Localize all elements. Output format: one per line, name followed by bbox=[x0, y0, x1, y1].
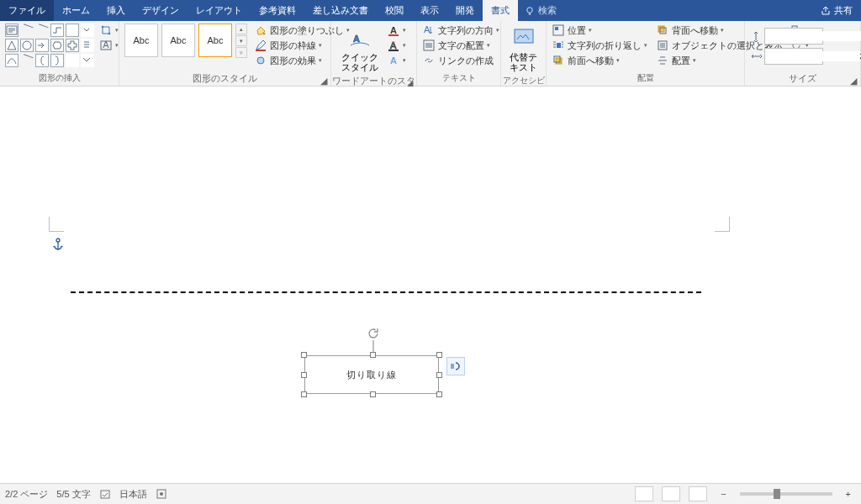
page bbox=[49, 87, 730, 483]
shape-edit-icon[interactable] bbox=[66, 54, 79, 67]
tab-home[interactable]: ホーム bbox=[54, 0, 98, 21]
web-layout-button[interactable] bbox=[689, 486, 707, 501]
print-layout-button[interactable] bbox=[662, 486, 680, 501]
svg-text:A: A bbox=[353, 34, 360, 44]
shape-arrow-icon[interactable] bbox=[35, 39, 49, 52]
draw-textbox-button[interactable]: A▾ bbox=[99, 39, 119, 52]
quick-styles-button[interactable]: A クイック スタイル bbox=[336, 24, 383, 72]
gallery-more[interactable]: ▿ bbox=[235, 47, 247, 58]
style-preset[interactable]: Abc bbox=[198, 24, 232, 57]
shape-more-icon[interactable] bbox=[81, 24, 94, 37]
shape-connector-icon[interactable] bbox=[50, 24, 64, 37]
dialog-launcher-icon[interactable]: ◢ bbox=[319, 76, 329, 86]
svg-text:A: A bbox=[390, 40, 397, 50]
svg-point-32 bbox=[160, 492, 163, 496]
tab-developer[interactable]: 開発 bbox=[447, 0, 483, 21]
spellcheck-icon[interactable] bbox=[99, 488, 111, 500]
shape-line-icon[interactable] bbox=[20, 24, 34, 37]
height-input[interactable] bbox=[765, 31, 861, 41]
tab-format[interactable]: 書式 bbox=[483, 0, 518, 21]
bring-forward-button[interactable]: 前面へ移動▾ bbox=[552, 54, 647, 67]
text-fill-button[interactable]: A▾ bbox=[387, 24, 406, 37]
shape-more-icon[interactable] bbox=[81, 39, 94, 52]
layout-options-button[interactable] bbox=[446, 357, 465, 375]
zoom-thumb[interactable] bbox=[774, 489, 780, 499]
text-direction-button[interactable]: A文字列の方向▾ bbox=[422, 24, 499, 37]
tab-file[interactable]: ファイル bbox=[0, 0, 54, 21]
height-field[interactable]: mm ▴▾ bbox=[764, 28, 823, 45]
zoom-in-button[interactable]: + bbox=[841, 489, 856, 499]
gallery-scroll-down[interactable]: ▾ bbox=[235, 35, 247, 46]
zoom-slider[interactable] bbox=[740, 492, 832, 496]
text-effects-button[interactable]: A▾ bbox=[387, 54, 406, 67]
selection-icon bbox=[656, 39, 669, 52]
wrap-text-button[interactable]: 文字列の折り返し▾ bbox=[552, 39, 647, 52]
selection-handle[interactable] bbox=[436, 391, 442, 397]
style-preset[interactable]: Abc bbox=[124, 24, 158, 57]
shape-textbox-icon[interactable] bbox=[5, 24, 18, 37]
group-label: 図形のスタイル◢ bbox=[119, 72, 330, 86]
page-count[interactable]: 2/2 ページ bbox=[5, 488, 48, 501]
textbox-object[interactable]: 切り取り線 bbox=[304, 355, 439, 394]
textbox-icon: A bbox=[99, 39, 113, 52]
selection-handle[interactable] bbox=[301, 352, 307, 358]
create-link-button[interactable]: リンクの作成 bbox=[422, 54, 499, 67]
width-icon bbox=[750, 50, 762, 62]
word-count[interactable]: 5/5 文字 bbox=[56, 488, 90, 501]
anchor-icon[interactable] bbox=[52, 238, 64, 251]
zoom-out-button[interactable]: − bbox=[716, 489, 731, 499]
tab-references[interactable]: 参考資料 bbox=[251, 0, 304, 21]
text-outline-button[interactable]: A▾ bbox=[387, 39, 406, 52]
tell-me-search[interactable]: 検索 bbox=[518, 0, 563, 21]
align-text-button[interactable]: 文字の配置▾ bbox=[422, 39, 499, 52]
rotation-handle-icon[interactable] bbox=[367, 327, 380, 340]
selection-handle[interactable] bbox=[370, 391, 376, 397]
share-button[interactable]: 共有 bbox=[812, 0, 861, 21]
read-mode-button[interactable] bbox=[635, 486, 653, 501]
edit-shape-button[interactable]: ▾ bbox=[99, 24, 119, 37]
width-field[interactable]: mm ▴▾ bbox=[764, 48, 823, 65]
alt-text-button[interactable]: 代替テ キスト bbox=[504, 24, 542, 72]
language-status[interactable]: 日本語 bbox=[119, 488, 147, 501]
selection-handle[interactable] bbox=[301, 391, 307, 397]
shape-curve-icon[interactable] bbox=[5, 54, 18, 67]
macro-icon[interactable] bbox=[156, 488, 167, 500]
quick-styles-label: クイック スタイル bbox=[341, 52, 378, 72]
shape-rect-icon[interactable] bbox=[66, 24, 79, 37]
shape-brace-icon[interactable] bbox=[50, 54, 64, 67]
text-effects-icon: A bbox=[387, 54, 400, 67]
svg-point-7 bbox=[263, 33, 266, 35]
width-input[interactable] bbox=[765, 51, 861, 61]
svg-text:A: A bbox=[390, 25, 397, 35]
shape-brace-icon[interactable] bbox=[35, 54, 49, 67]
tab-view[interactable]: 表示 bbox=[412, 0, 447, 21]
shape-line-icon[interactable] bbox=[35, 24, 49, 37]
height-icon bbox=[750, 30, 762, 42]
svg-point-2 bbox=[23, 41, 31, 50]
shape-dropdown-icon[interactable] bbox=[81, 54, 94, 67]
selection-handle[interactable] bbox=[436, 372, 442, 378]
shape-hexagon-icon[interactable] bbox=[50, 39, 64, 52]
shape-circle-icon[interactable] bbox=[20, 39, 34, 52]
shapes-gallery[interactable] bbox=[5, 24, 94, 67]
document-canvas[interactable]: 切り取り線 bbox=[0, 87, 861, 483]
style-preset[interactable]: Abc bbox=[161, 24, 195, 57]
text-direction-label: 文字列の方向 bbox=[438, 24, 494, 37]
tab-insert[interactable]: 挿入 bbox=[98, 0, 134, 21]
group-arrange: 位置▾ 文字列の折り返し▾ 前面へ移動▾ 背面へ移動▾ オブジェクトの選択と表示… bbox=[547, 21, 745, 86]
tab-mailings[interactable]: 差し込み文書 bbox=[304, 0, 377, 21]
selection-handle[interactable] bbox=[436, 352, 442, 358]
shape-plus-icon[interactable] bbox=[66, 39, 79, 52]
style-gallery[interactable]: Abc Abc Abc bbox=[124, 24, 232, 57]
selection-handle[interactable] bbox=[301, 372, 307, 378]
tab-design[interactable]: デザイン bbox=[134, 0, 188, 21]
tab-review[interactable]: 校閲 bbox=[377, 0, 412, 21]
gallery-scroll-up[interactable]: ▴ bbox=[235, 24, 247, 34]
dialog-launcher-icon[interactable]: ◢ bbox=[848, 76, 858, 86]
tab-layout[interactable]: レイアウト bbox=[188, 0, 251, 21]
shape-triangle-icon[interactable] bbox=[5, 39, 18, 52]
selection-handle[interactable] bbox=[370, 352, 376, 358]
forward-label: 前面へ移動 bbox=[568, 55, 614, 67]
position-button[interactable]: 位置▾ bbox=[552, 24, 647, 37]
shape-freeform-icon[interactable] bbox=[20, 54, 34, 67]
